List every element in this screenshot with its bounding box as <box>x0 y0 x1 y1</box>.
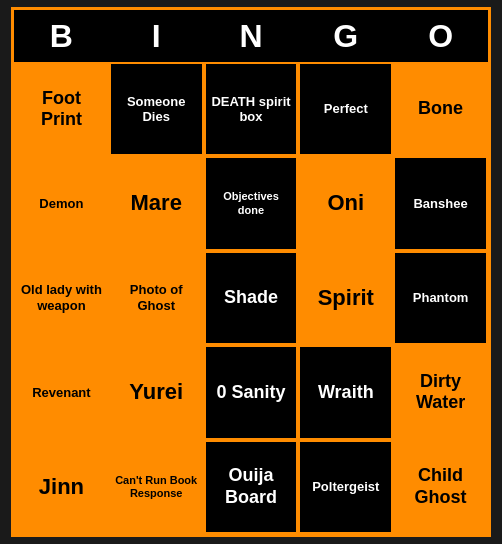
bingo-cell-15[interactable]: Revenant <box>14 345 109 439</box>
bingo-cell-13[interactable]: Spirit <box>298 251 393 345</box>
bingo-cell-11[interactable]: Photo of Ghost <box>109 251 204 345</box>
bingo-cell-12[interactable]: Shade <box>204 251 299 345</box>
bingo-cell-24[interactable]: Child Ghost <box>393 440 488 534</box>
bingo-cell-16[interactable]: Yurei <box>109 345 204 439</box>
bingo-cell-14[interactable]: Phantom <box>393 251 488 345</box>
bingo-cell-0[interactable]: Foot Print <box>14 62 109 156</box>
bingo-cell-18[interactable]: Wraith <box>298 345 393 439</box>
bingo-cell-2[interactable]: DEATH spirit box <box>204 62 299 156</box>
header-n: N <box>204 10 299 62</box>
bingo-cell-1[interactable]: Someone Dies <box>109 62 204 156</box>
header-i: I <box>109 10 204 62</box>
bingo-cell-10[interactable]: Old lady with weapon <box>14 251 109 345</box>
bingo-cell-8[interactable]: Oni <box>298 156 393 250</box>
bingo-cell-20[interactable]: Jinn <box>14 440 109 534</box>
bingo-cell-4[interactable]: Bone <box>393 62 488 156</box>
bingo-cell-9[interactable]: Banshee <box>393 156 488 250</box>
bingo-header: B I N G O <box>14 10 488 62</box>
bingo-cell-21[interactable]: Can't Run Book Response <box>109 440 204 534</box>
header-g: G <box>298 10 393 62</box>
header-o: O <box>393 10 488 62</box>
bingo-cell-5[interactable]: Demon <box>14 156 109 250</box>
bingo-cell-3[interactable]: Perfect <box>298 62 393 156</box>
bingo-cell-23[interactable]: Poltergeist <box>298 440 393 534</box>
bingo-grid: Foot PrintSomeone DiesDEATH spirit boxPe… <box>14 62 488 534</box>
bingo-card: B I N G O Foot PrintSomeone DiesDEATH sp… <box>11 7 491 537</box>
bingo-cell-17[interactable]: 0 Sanity <box>204 345 299 439</box>
bingo-cell-19[interactable]: Dirty Water <box>393 345 488 439</box>
bingo-cell-7[interactable]: Objectives done <box>204 156 299 250</box>
header-b: B <box>14 10 109 62</box>
bingo-cell-6[interactable]: Mare <box>109 156 204 250</box>
bingo-cell-22[interactable]: Ouija Board <box>204 440 299 534</box>
